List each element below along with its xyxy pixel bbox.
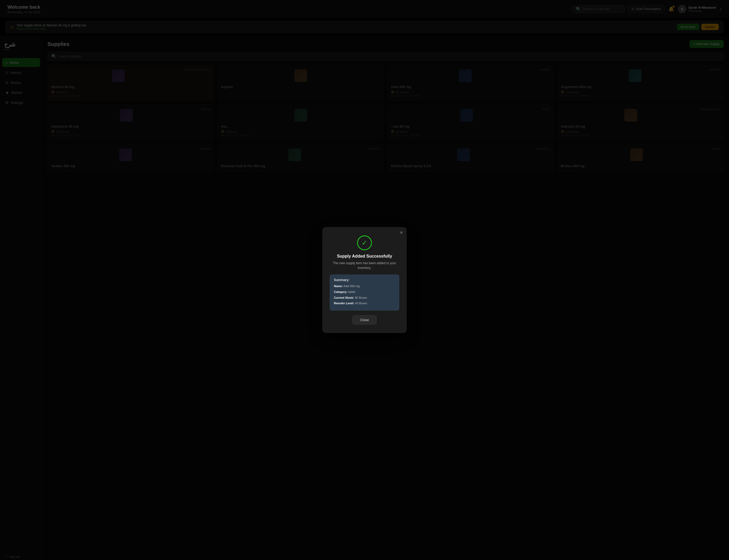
category-value: tablet [348, 290, 355, 293]
modal-overlay: ✕ ✓ Supply Added Successfully The new su… [0, 0, 729, 560]
modal-success-title: Supply Added Successfully [330, 254, 399, 259]
confirmation-modal: ✕ ✓ Supply Added Successfully The new su… [322, 227, 407, 333]
summary-stock: Current Stock: 80 Boxes [334, 296, 395, 300]
stock-value: 80 Boxes [355, 296, 367, 299]
modal-subtitle: The new supply item has been added to yo… [330, 261, 399, 270]
summary-category: Category: tablet [334, 290, 395, 295]
modal-close-button[interactable]: ✕ [400, 230, 403, 235]
summary-name: Name: Adol 500 mg [334, 284, 395, 289]
summary-label: Summary: [334, 278, 395, 282]
name-label: Name: [334, 284, 343, 288]
stock-label: Current Stock: [334, 296, 354, 299]
category-label: Category: [334, 290, 347, 293]
success-check-icon: ✓ [357, 235, 372, 250]
modal-summary: Summary: Name: Adol 500 mg Category: tab… [330, 274, 399, 310]
reorder-label: Reorder Level: [334, 302, 354, 305]
name-value: Adol 500 mg [343, 284, 360, 288]
reorder-value: 40 Boxes [355, 302, 367, 305]
summary-reorder: Reorder Level: 40 Boxes [334, 301, 395, 306]
modal-close-btn[interactable]: Close [352, 315, 377, 325]
